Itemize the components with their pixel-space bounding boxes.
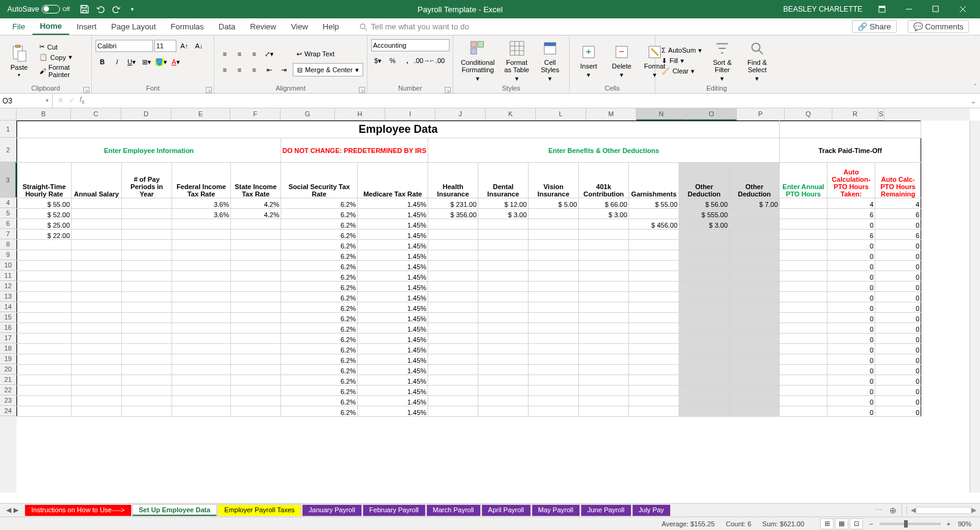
column-header[interactable]: N [636, 108, 687, 121]
cell[interactable] [729, 209, 780, 219]
cell[interactable] [428, 292, 478, 302]
cell[interactable] [478, 406, 529, 417]
autosum-button[interactable]: Σ AutoSum ▾ [659, 46, 704, 55]
cell[interactable]: $ 56.00 [679, 198, 729, 209]
sheet-tab[interactable]: Employer Payroll Taxes [217, 504, 301, 516]
cell[interactable] [17, 375, 72, 386]
cell[interactable]: 6 [875, 209, 921, 219]
cell[interactable] [529, 230, 579, 240]
align-top-icon[interactable]: ≡ [218, 47, 232, 61]
cell[interactable] [780, 365, 827, 375]
cell[interactable] [729, 292, 780, 302]
cell[interactable] [17, 282, 72, 292]
cell[interactable] [72, 323, 122, 334]
cell[interactable]: 6.2% [281, 323, 358, 334]
cell[interactable] [729, 240, 780, 250]
cell[interactable] [17, 261, 72, 271]
column-header[interactable]: M [586, 108, 636, 121]
cell[interactable]: Garnishments [629, 163, 679, 198]
increase-font-icon[interactable]: A↑ [178, 39, 191, 53]
cell[interactable] [579, 386, 629, 396]
cell[interactable]: 6.2% [281, 250, 358, 261]
cell[interactable]: 1.45% [357, 365, 428, 375]
cell[interactable]: 6.2% [281, 292, 358, 302]
cell[interactable]: 0 [827, 365, 875, 375]
maximize-icon[interactable] [922, 0, 949, 18]
cell[interactable] [172, 406, 231, 417]
cell[interactable]: $ 356.00 [428, 209, 478, 219]
cell[interactable] [579, 282, 629, 292]
cell[interactable] [231, 240, 281, 250]
cell[interactable] [478, 396, 529, 406]
cell[interactable]: 6.2% [281, 375, 358, 386]
cell[interactable] [72, 271, 122, 282]
increase-decimal-icon[interactable]: .00→ [415, 54, 429, 67]
comments-button[interactable]: 💬 Comments [908, 20, 969, 33]
cell[interactable]: 0 [875, 323, 921, 334]
cell[interactable] [780, 313, 827, 323]
cell[interactable]: Auto Calculation- PTO Hours Taken: [827, 163, 875, 198]
cell[interactable] [579, 292, 629, 302]
cell[interactable]: 4 [875, 198, 921, 209]
row-header[interactable]: 18 [0, 343, 17, 354]
cell[interactable] [478, 250, 529, 261]
cell[interactable] [529, 250, 579, 261]
ribbon-display-options-icon[interactable] [869, 0, 895, 18]
cell[interactable] [679, 406, 729, 417]
cell[interactable]: $ 12.00 [478, 198, 529, 209]
cell[interactable]: 0 [875, 406, 921, 417]
cell[interactable] [122, 354, 172, 365]
cell[interactable] [679, 292, 729, 302]
cell[interactable] [629, 209, 679, 219]
sheet-tab[interactable]: June Payroll [581, 504, 631, 516]
cell[interactable] [172, 240, 231, 250]
cell[interactable] [231, 219, 281, 230]
cell[interactable]: 1.45% [357, 250, 428, 261]
sort-filter-button[interactable]: Sort & Filter▾ [707, 37, 737, 84]
cell[interactable] [579, 271, 629, 282]
cell[interactable] [72, 240, 122, 250]
cell[interactable]: 1.45% [357, 323, 428, 334]
collapse-ribbon-icon[interactable]: ˆ [974, 83, 976, 91]
cell[interactable]: 6.2% [281, 386, 358, 396]
cell[interactable] [629, 406, 679, 417]
row-header[interactable]: 4 [0, 198, 17, 208]
cell[interactable] [579, 354, 629, 365]
cell[interactable]: 0 [875, 219, 921, 230]
column-header[interactable]: I [385, 108, 435, 121]
cell[interactable]: $ 3.00 [478, 209, 529, 219]
cell[interactable] [231, 396, 281, 406]
cell[interactable] [780, 386, 827, 396]
cell[interactable] [780, 406, 827, 417]
cell[interactable] [72, 282, 122, 292]
cell[interactable] [17, 406, 72, 417]
cell[interactable]: $ 456.00 [629, 219, 679, 230]
row-header[interactable]: 15 [0, 312, 17, 323]
cell[interactable] [122, 396, 172, 406]
cell[interactable]: 6.2% [281, 282, 358, 292]
cell[interactable]: $ 55.00 [629, 198, 679, 209]
cell[interactable] [172, 302, 231, 313]
cell[interactable] [629, 261, 679, 271]
cell[interactable] [478, 354, 529, 365]
cell[interactable]: 0 [875, 240, 921, 250]
cell[interactable]: 0 [875, 344, 921, 354]
cell[interactable] [780, 240, 827, 250]
cell[interactable] [122, 240, 172, 250]
cell[interactable]: $ 66.00 [579, 198, 629, 209]
cell[interactable]: Federal Income Tax Rate [172, 163, 231, 198]
column-header[interactable]: H [335, 108, 385, 121]
minimize-icon[interactable] [895, 0, 922, 18]
cell[interactable] [579, 313, 629, 323]
cell[interactable]: 0 [875, 365, 921, 375]
cell[interactable] [579, 334, 629, 344]
decrease-decimal-icon[interactable]: ←.00 [430, 54, 443, 67]
cell[interactable] [122, 261, 172, 271]
cell[interactable] [172, 375, 231, 386]
cell[interactable] [478, 313, 529, 323]
cell[interactable] [679, 375, 729, 386]
cell[interactable] [729, 230, 780, 240]
cell[interactable]: 3.6% [172, 198, 231, 209]
column-header[interactable]: F [230, 108, 281, 121]
cell[interactable]: 0 [875, 271, 921, 282]
